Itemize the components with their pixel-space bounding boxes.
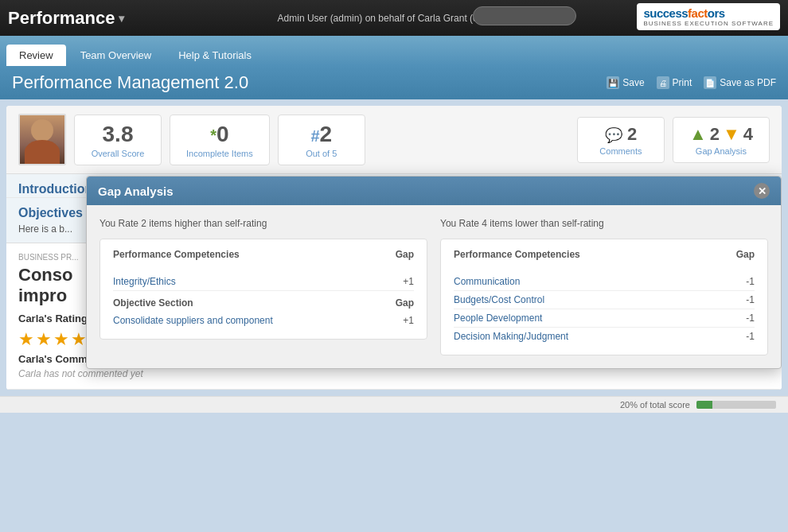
tab-team-overview[interactable]: Team Overview bbox=[68, 45, 165, 66]
gap-decision-row[interactable]: Decision Making/Judgment -1 bbox=[454, 328, 755, 345]
introduction-title: Introduction bbox=[18, 182, 92, 196]
search-input[interactable] bbox=[473, 6, 576, 25]
gap-analysis-modal: Gap Analysis ✕ You Rate 2 items higher t… bbox=[86, 176, 782, 369]
gap-decision-label: Decision Making/Judgment bbox=[454, 331, 568, 342]
gap-integrity-label: Integrity/Ethics bbox=[113, 276, 176, 287]
app-title[interactable]: Performance ▾ bbox=[8, 8, 124, 29]
gap-budgets-row[interactable]: Budgets/Cost Control -1 bbox=[454, 291, 755, 309]
score-percent-text: 20% of total score bbox=[620, 400, 690, 410]
gap-integrity-row[interactable]: Integrity/Ethics +1 bbox=[113, 273, 414, 291]
gap-consolidate-value: +1 bbox=[403, 315, 414, 326]
tab-review[interactable]: Review bbox=[6, 45, 66, 66]
app-name: Performance bbox=[8, 8, 115, 29]
gap-higher-section: You Rate 2 items higher than self-rating… bbox=[99, 218, 427, 355]
header-actions: 💾 Save 🖨 Print 📄 Save as PDF bbox=[607, 76, 776, 89]
gap-people-value: -1 bbox=[746, 313, 755, 324]
gap-lower-card: Performance Competencies Gap Communicati… bbox=[440, 239, 768, 355]
search-box[interactable] bbox=[473, 6, 576, 25]
gap-communication-value: -1 bbox=[746, 276, 755, 287]
tab-help-tutorials[interactable]: Help & Tutorials bbox=[166, 45, 264, 66]
gap-communication-row[interactable]: Communication -1 bbox=[454, 273, 755, 291]
progress-bar-fill bbox=[696, 401, 712, 409]
modal-close-button[interactable]: ✕ bbox=[754, 183, 770, 199]
modal-header: Gap Analysis ✕ bbox=[87, 177, 781, 205]
gap-people-row[interactable]: People Development -1 bbox=[454, 309, 755, 328]
gap-consolidate-row[interactable]: Consolidate suppliers and component +1 bbox=[113, 312, 414, 329]
page-title: Performance Management 2.0 bbox=[12, 72, 248, 93]
gap-communication-label: Communication bbox=[454, 276, 520, 287]
gap-integrity-value: +1 bbox=[403, 276, 414, 287]
modal-body: You Rate 2 items higher than self-rating… bbox=[87, 205, 781, 368]
gap-people-label: People Development bbox=[454, 313, 542, 324]
modal-title: Gap Analysis bbox=[98, 184, 173, 198]
star-2: ★ bbox=[36, 329, 52, 350]
save-button[interactable]: 💾 Save bbox=[607, 76, 644, 89]
gap-budgets-value: -1 bbox=[746, 294, 755, 305]
gap-lower-title: You Rate 4 items lower than self-rating bbox=[440, 218, 768, 229]
modal-overlay: Gap Analysis ✕ You Rate 2 items higher t… bbox=[86, 106, 782, 390]
gap-decision-value: -1 bbox=[746, 331, 755, 342]
secondary-nav: Review Team Overview Help & Tutorials bbox=[0, 36, 788, 66]
sf-logo-text: successfactors bbox=[643, 6, 774, 20]
bottom-bar: 20% of total score bbox=[0, 396, 788, 413]
avatar-image bbox=[20, 115, 64, 164]
gap-budgets-label: Budgets/Cost Control bbox=[454, 294, 544, 305]
print-icon: 🖨 bbox=[657, 76, 669, 89]
gap-higher-header: Performance Competencies Gap bbox=[113, 249, 414, 266]
gap-lower-section: You Rate 4 items lower than self-rating … bbox=[440, 218, 768, 355]
star-3: ★ bbox=[53, 329, 69, 350]
page-header: Performance Management 2.0 💾 Save 🖨 Prin… bbox=[0, 66, 788, 99]
gap-consolidate-label: Consolidate suppliers and component bbox=[113, 315, 273, 326]
user-info-text: Admin User (admin) on behalf of Carla Gr… bbox=[278, 13, 503, 24]
save-as-pdf-button[interactable]: 📄 Save as PDF bbox=[704, 76, 776, 89]
print-button[interactable]: 🖨 Print bbox=[657, 76, 692, 89]
main-content: 3.8 Overall Score *0 Incomplete Items #2… bbox=[6, 106, 782, 390]
gap-lower-header: Performance Competencies Gap bbox=[454, 249, 755, 266]
save-icon: 💾 bbox=[607, 76, 619, 89]
app-dropdown-icon[interactable]: ▾ bbox=[119, 12, 124, 25]
gap-higher-card: Performance Competencies Gap Integrity/E… bbox=[99, 239, 427, 340]
star-4: ★ bbox=[71, 329, 87, 350]
pdf-icon: 📄 bbox=[704, 76, 716, 89]
top-bar: Performance ▾ Admin User (admin) on beha… bbox=[0, 0, 788, 36]
progress-bar bbox=[696, 401, 776, 409]
gap-higher-title: You Rate 2 items higher than self-rating bbox=[99, 218, 427, 229]
sf-logo-sub: Business Execution Software bbox=[643, 20, 774, 27]
gap-objective-label: Objective Section Gap bbox=[113, 291, 414, 312]
avatar bbox=[18, 114, 66, 165]
star-1: ★ bbox=[18, 329, 34, 350]
sf-logo: successfactors Business Execution Softwa… bbox=[637, 3, 780, 30]
